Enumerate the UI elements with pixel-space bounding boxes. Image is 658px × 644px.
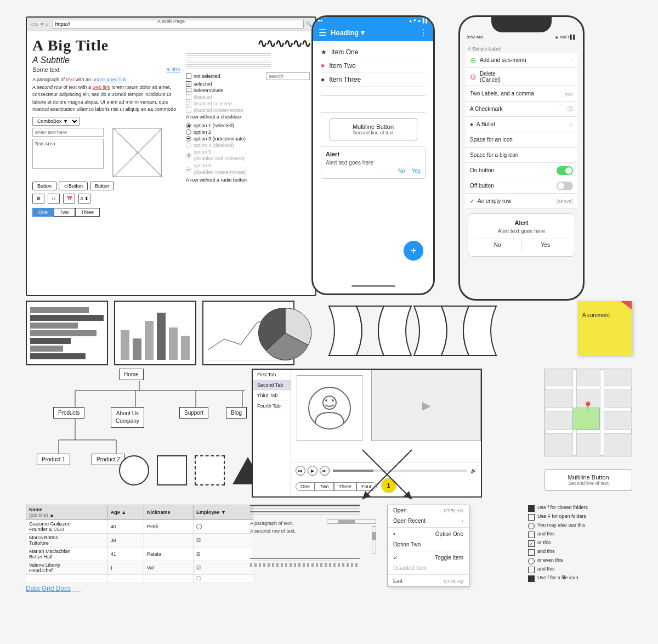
combo-box[interactable]: ComboBox ▼ — [32, 117, 80, 126]
ios-cell-off-toggle[interactable]: Off button — [466, 178, 577, 194]
ios-cell-checkmark[interactable]: A Checkmark ⓘ — [466, 101, 577, 117]
checkbox-selected[interactable] — [186, 81, 191, 87]
calendar-icon[interactable]: 📅 — [63, 194, 75, 204]
checkbox-disabled — [186, 94, 191, 100]
badge-tab-two[interactable]: Two — [315, 482, 334, 491]
alert-no-btn[interactable]: No — [398, 168, 405, 174]
menu-toggle[interactable]: Toggle Item — [388, 552, 469, 563]
col-name[interactable]: Name(job title) ▲ — [26, 505, 108, 520]
line-extra1 — [250, 558, 360, 559]
close-btn[interactable]: ✕ — [40, 22, 44, 27]
rewind-btn[interactable]: ⏮ — [296, 466, 305, 476]
play-btn[interactable]: ▶ — [308, 466, 317, 476]
col-nickname[interactable]: Nickname — [144, 505, 193, 520]
number-stepper[interactable]: 3 ⬍ — [78, 194, 90, 204]
ios-cell-empty-row[interactable]: ✓ An empty row (above) — [466, 194, 577, 209]
date-icon[interactable]: / / — [48, 194, 60, 204]
tab-two[interactable]: Two — [54, 208, 75, 217]
toggle-knob — [565, 167, 572, 174]
menu-option-one[interactable]: Option One — [388, 529, 469, 539]
table-docs-link[interactable]: Data Grid Docs — [26, 585, 71, 592]
radio-3[interactable] — [186, 136, 191, 142]
menu-disabled: Disabled Item — [388, 563, 469, 573]
signature-scribble: ∿∿∿∿∿∿ — [186, 37, 310, 51]
search-icon[interactable]: 🔍 — [306, 21, 312, 27]
multiline-button[interactable]: Multiline Button Second line of text — [330, 118, 417, 140]
ios-cell-on-toggle[interactable]: On button — [466, 163, 577, 178]
android-list: ★ Item One ♥ Item Two ● Item Three — [313, 41, 433, 91]
bottomright-multiline-btn[interactable]: Multiline Button Second line of text — [544, 469, 632, 491]
svg-point-15 — [323, 396, 336, 409]
more-icon[interactable]: ⋮ — [419, 27, 428, 38]
col-age[interactable]: Age ▲ — [107, 505, 144, 520]
textarea[interactable]: Text Area — [32, 139, 104, 169]
ios-no-btn[interactable]: No — [474, 239, 522, 251]
text-section: A paragraph of text.A second row of text… — [250, 505, 376, 569]
tab-third[interactable]: Third Tab — [253, 391, 291, 401]
tab-second[interactable]: Second Tab — [253, 380, 291, 391]
dashed-line — [250, 563, 360, 567]
table-row: Mariah MaclachlanBetter Half 41 Patata ⊟ — [26, 547, 253, 561]
tab-one[interactable]: One — [32, 208, 54, 217]
menu-option-two[interactable]: Option Two — [388, 539, 469, 550]
home-btn[interactable]: ⌂ — [46, 22, 48, 27]
text-input[interactable] — [32, 128, 104, 137]
menu-open[interactable]: Open CTRL+O — [388, 505, 469, 516]
toggle-on[interactable] — [557, 166, 573, 175]
tab-fourth[interactable]: Fourth Tab — [253, 401, 291, 411]
scrollbar-h[interactable] — [327, 519, 376, 524]
check-cell2[interactable]: ☑ — [196, 565, 201, 570]
button2[interactable]: ◁ Button — [59, 182, 88, 190]
ios-yes-btn[interactable]: Yes — [522, 239, 570, 251]
computer-icon[interactable]: 🖥 — [32, 194, 44, 204]
ios-cell-add[interactable]: ⊕ Add and sub-menu › — [466, 53, 577, 68]
checkbox-not-selected[interactable] — [186, 74, 191, 79]
button3[interactable]: Button — [90, 182, 114, 190]
url-input[interactable] — [53, 20, 304, 29]
forward-btn[interactable]: ⏭ — [320, 466, 330, 476]
menu-open-recent[interactable]: Open Recent › — [388, 516, 469, 526]
ios-cell-bullet[interactable]: ● A Bullet ≡ — [466, 117, 577, 132]
ios-signal: ▲ WiFi ▌▌ — [554, 35, 576, 39]
ios-phone: 9:52 AM ▲ WiFi ▌▌ A Simple Label ⊕ Add a… — [458, 15, 585, 301]
badge-tab-one[interactable]: One — [296, 482, 315, 491]
badge-tab-three[interactable]: Three — [334, 482, 357, 491]
radio-2[interactable] — [186, 129, 191, 135]
radio-1[interactable] — [186, 123, 191, 128]
forward-btn[interactable]: ▷ — [35, 22, 38, 27]
button1[interactable]: Button — [32, 182, 56, 190]
indeterminate-cell[interactable]: ⊟ — [196, 551, 201, 557]
ios-cell-space-big-icon[interactable]: Space for a big icon — [466, 148, 577, 163]
col-employee[interactable]: Employee ▼ — [193, 505, 253, 520]
radio-cell[interactable] — [196, 524, 202, 529]
multiline-btn-line1: Multiline Button — [337, 123, 410, 130]
scrollbar-v[interactable] — [372, 526, 376, 553]
filler-lines — [186, 53, 310, 69]
list-item-1[interactable]: ★ Item One — [321, 46, 426, 59]
toggle-off[interactable] — [557, 182, 573, 190]
page-link[interactable]: a link — [166, 66, 180, 72]
list-item-2[interactable]: ♥ Item Two — [321, 59, 426, 73]
tab-first[interactable]: First Tab — [253, 370, 291, 380]
menu-exit[interactable]: Exit CTRL+Q — [388, 576, 469, 586]
checkbox-indeterminate[interactable] — [186, 88, 191, 93]
hbar-chart — [26, 301, 108, 365]
ios-cell-delete[interactable]: ⊖ Delete(Cancel) — [466, 68, 577, 86]
browser-toolbar: ◁ ▷ ✕ ⌂ 🔍 A Web Page — [27, 18, 315, 31]
alert-yes-btn[interactable]: Yes — [412, 168, 421, 174]
search-input[interactable] — [266, 72, 310, 80]
ios-cell-two-labels[interactable]: Two Labels, and a comma yup — [466, 86, 577, 101]
list-item-3[interactable]: ● Item Three — [321, 73, 426, 87]
check-cell[interactable]: ☑ — [196, 538, 201, 543]
tab-three[interactable]: Three — [75, 208, 100, 217]
divider2 — [321, 112, 426, 113]
ios-alert-title: Alert — [474, 219, 569, 226]
ios-cell-space-icon[interactable]: Space for an icon — [466, 132, 577, 148]
fab-button[interactable]: + — [404, 241, 423, 261]
back-btn[interactable]: ◁ — [30, 22, 33, 27]
hamburger-icon[interactable]: ☰ — [319, 27, 326, 38]
circle-icon — [528, 523, 535, 529]
empty-check[interactable]: ☐ — [196, 576, 201, 581]
volume-icon[interactable]: 🔊 — [470, 468, 477, 473]
alert-text: Alert text goes here — [326, 160, 421, 166]
